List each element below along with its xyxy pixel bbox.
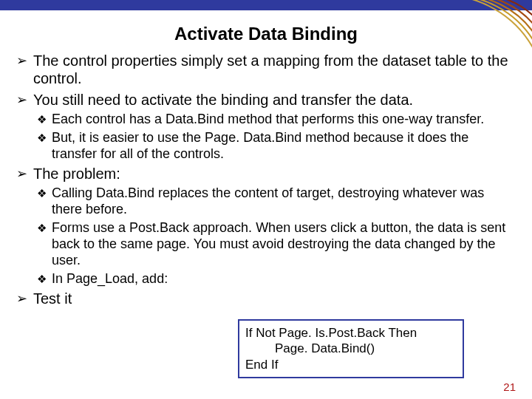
list-item: ❖ Each control has a Data.Bind method th… — [37, 112, 516, 128]
arrow-bullet-icon: ➢ — [16, 166, 27, 183]
bullet-text: In Page_Load, add: — [52, 271, 516, 287]
code-line: End If — [245, 357, 457, 372]
list-item: ❖ Calling Data.Bind replaces the content… — [37, 185, 516, 218]
list-item: ➢ The control properties simply set a ma… — [16, 52, 516, 88]
arrow-bullet-icon: ➢ — [16, 291, 27, 307]
bullet-text: Calling Data.Bind replaces the content o… — [52, 185, 516, 218]
code-line: If Not Page. Is.Post.Back Then — [245, 325, 457, 341]
list-item: ➢ Test it — [16, 290, 516, 307]
slide-number: 21 — [503, 381, 516, 393]
bullet-text: The problem: — [33, 165, 516, 183]
bullet-text: Each control has a Data.Bind method that… — [52, 112, 516, 128]
arrow-bullet-icon: ➢ — [16, 92, 27, 109]
diamond-bullet-icon: ❖ — [37, 273, 47, 286]
code-line: Page. Data.Bind() — [245, 341, 457, 356]
bullet-text: The control properties simply set a mapp… — [33, 52, 516, 88]
diamond-bullet-icon: ❖ — [37, 113, 47, 126]
bullet-text: Forms use a Post.Back approach. When use… — [52, 220, 516, 269]
diamond-bullet-icon: ❖ — [37, 187, 47, 200]
arrow-bullet-icon: ➢ — [16, 53, 27, 69]
list-item: ❖ But, it is easier to use the Page. Dat… — [37, 130, 516, 163]
diamond-bullet-icon: ❖ — [37, 132, 47, 145]
bullet-text: Test it — [33, 290, 516, 307]
diamond-bullet-icon: ❖ — [37, 222, 47, 235]
bullet-text: But, it is easier to use the Page. Data.… — [52, 130, 516, 163]
slide-top-bar — [0, 0, 532, 10]
list-item: ➢ The problem: — [16, 165, 516, 183]
code-snippet-box: If Not Page. Is.Post.Back Then Page. Dat… — [238, 319, 464, 378]
bullet-text: You still need to activate the binding a… — [33, 91, 516, 109]
slide-body: ➢ The control properties simply set a ma… — [0, 52, 532, 308]
list-item: ➢ You still need to activate the binding… — [16, 91, 516, 109]
list-item: ❖ Forms use a Post.Back approach. When u… — [37, 220, 516, 269]
slide-title: Activate Data Binding — [0, 24, 532, 44]
list-item: ❖ In Page_Load, add: — [37, 271, 516, 287]
